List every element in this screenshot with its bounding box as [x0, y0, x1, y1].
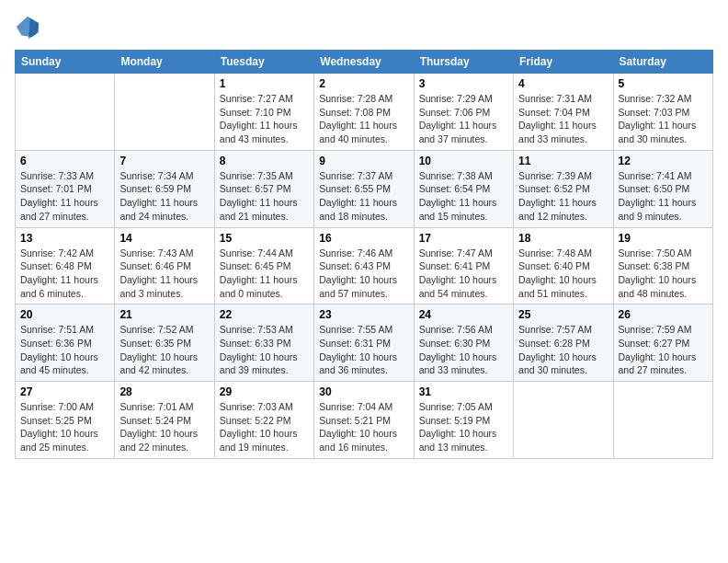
day-detail: Sunrise: 7:47 AMSunset: 6:41 PMDaylight:…: [419, 247, 508, 301]
day-number: 8: [220, 155, 309, 167]
week-row-5: 27 Sunrise: 7:00 AMSunset: 5:25 PMDaylig…: [16, 382, 713, 459]
calendar-cell: 18 Sunrise: 7:48 AMSunset: 6:40 PMDaylig…: [514, 227, 613, 304]
day-header-thursday: Thursday: [414, 51, 513, 74]
day-detail: Sunrise: 7:42 AMSunset: 6:48 PMDaylight:…: [20, 247, 109, 301]
day-number: 24: [419, 308, 508, 321]
day-number: 27: [20, 385, 109, 398]
day-detail: Sunrise: 7:51 AMSunset: 6:36 PMDaylight:…: [20, 323, 109, 377]
day-header-tuesday: Tuesday: [214, 51, 313, 74]
day-detail: Sunrise: 7:38 AMSunset: 6:54 PMDaylight:…: [419, 169, 508, 224]
day-number: 4: [518, 77, 608, 90]
day-number: 22: [220, 308, 309, 321]
calendar-cell: 26 Sunrise: 7:59 AMSunset: 6:27 PMDaylig…: [613, 304, 712, 382]
day-detail: Sunrise: 7:27 AMSunset: 7:10 PMDaylight:…: [220, 92, 309, 146]
day-detail: Sunrise: 7:44 AMSunset: 6:45 PMDaylight:…: [220, 247, 309, 301]
day-number: 25: [518, 308, 608, 321]
calendar-cell: 16 Sunrise: 7:46 AMSunset: 6:43 PMDaylig…: [314, 227, 414, 304]
day-detail: Sunrise: 7:35 AMSunset: 6:57 PMDaylight:…: [220, 169, 309, 224]
day-number: 11: [518, 155, 608, 167]
day-number: 29: [220, 385, 309, 398]
calendar-cell: 31 Sunrise: 7:05 AMSunset: 5:19 PMDaylig…: [414, 382, 513, 459]
day-detail: Sunrise: 7:52 AMSunset: 6:35 PMDaylight:…: [119, 323, 209, 377]
day-number: 2: [319, 77, 408, 90]
day-number: 16: [319, 232, 408, 245]
calendar-cell: 8 Sunrise: 7:35 AMSunset: 6:57 PMDayligh…: [214, 150, 313, 227]
week-row-4: 20 Sunrise: 7:51 AMSunset: 6:36 PMDaylig…: [16, 304, 713, 382]
day-number: 15: [220, 232, 309, 245]
day-number: 28: [119, 385, 209, 398]
day-detail: Sunrise: 7:00 AMSunset: 5:25 PMDaylight:…: [20, 400, 109, 454]
calendar-cell: 7 Sunrise: 7:34 AMSunset: 6:59 PMDayligh…: [115, 150, 214, 227]
page-header: [15, 15, 713, 40]
day-number: 14: [119, 232, 209, 245]
calendar-cell: 2 Sunrise: 7:28 AMSunset: 7:08 PMDayligh…: [314, 74, 414, 151]
day-detail: Sunrise: 7:57 AMSunset: 6:28 PMDaylight:…: [518, 323, 608, 377]
day-header-friday: Friday: [514, 51, 613, 74]
day-number: 10: [419, 155, 508, 167]
logo-icon: [15, 15, 40, 40]
day-number: 9: [319, 155, 408, 167]
logo: [15, 15, 44, 40]
calendar-cell: 20 Sunrise: 7:51 AMSunset: 6:36 PMDaylig…: [16, 304, 115, 382]
calendar-cell: 12 Sunrise: 7:41 AMSunset: 6:50 PMDaylig…: [613, 150, 712, 227]
calendar-cell: 3 Sunrise: 7:29 AMSunset: 7:06 PMDayligh…: [414, 74, 513, 151]
day-number: 30: [319, 385, 408, 398]
calendar-cell: 29 Sunrise: 7:03 AMSunset: 5:22 PMDaylig…: [214, 382, 313, 459]
header-row: SundayMondayTuesdayWednesdayThursdayFrid…: [16, 51, 713, 74]
calendar-header: SundayMondayTuesdayWednesdayThursdayFrid…: [16, 51, 713, 74]
day-detail: Sunrise: 7:46 AMSunset: 6:43 PMDaylight:…: [319, 247, 408, 301]
day-number: 31: [419, 385, 508, 398]
day-number: 21: [119, 308, 209, 321]
calendar-cell: 17 Sunrise: 7:47 AMSunset: 6:41 PMDaylig…: [414, 227, 513, 304]
calendar-cell: 13 Sunrise: 7:42 AMSunset: 6:48 PMDaylig…: [16, 227, 115, 304]
day-number: 6: [20, 155, 109, 167]
day-detail: Sunrise: 7:05 AMSunset: 5:19 PMDaylight:…: [419, 400, 508, 454]
day-detail: Sunrise: 7:29 AMSunset: 7:06 PMDaylight:…: [419, 92, 508, 146]
day-detail: Sunrise: 7:32 AMSunset: 7:03 PMDaylight:…: [619, 92, 708, 146]
calendar-cell: 15 Sunrise: 7:44 AMSunset: 6:45 PMDaylig…: [214, 227, 313, 304]
day-header-sunday: Sunday: [16, 51, 115, 74]
day-detail: Sunrise: 7:50 AMSunset: 6:38 PMDaylight:…: [619, 247, 708, 301]
day-detail: Sunrise: 7:41 AMSunset: 6:50 PMDaylight:…: [619, 169, 708, 224]
calendar-cell: 11 Sunrise: 7:39 AMSunset: 6:52 PMDaylig…: [514, 150, 613, 227]
day-detail: Sunrise: 7:28 AMSunset: 7:08 PMDaylight:…: [319, 92, 408, 146]
calendar-cell: [613, 382, 712, 459]
day-number: 18: [518, 232, 608, 245]
day-number: 7: [119, 155, 209, 167]
calendar-cell: [514, 382, 613, 459]
day-number: 20: [20, 308, 109, 321]
calendar-cell: 9 Sunrise: 7:37 AMSunset: 6:55 PMDayligh…: [314, 150, 414, 227]
day-detail: Sunrise: 7:56 AMSunset: 6:30 PMDaylight:…: [419, 323, 508, 377]
day-detail: Sunrise: 7:43 AMSunset: 6:46 PMDaylight:…: [119, 247, 209, 301]
day-detail: Sunrise: 7:01 AMSunset: 5:24 PMDaylight:…: [119, 400, 209, 454]
day-number: 3: [419, 77, 508, 90]
calendar-cell: [16, 74, 115, 151]
day-header-wednesday: Wednesday: [314, 51, 414, 74]
calendar-cell: 21 Sunrise: 7:52 AMSunset: 6:35 PMDaylig…: [115, 304, 214, 382]
day-header-monday: Monday: [115, 51, 214, 74]
calendar-cell: 6 Sunrise: 7:33 AMSunset: 7:01 PMDayligh…: [16, 150, 115, 227]
day-number: 19: [619, 232, 708, 245]
calendar-body: 1 Sunrise: 7:27 AMSunset: 7:10 PMDayligh…: [16, 74, 713, 459]
svg-marker-1: [28, 18, 39, 39]
day-detail: Sunrise: 7:37 AMSunset: 6:55 PMDaylight:…: [319, 169, 408, 224]
day-header-saturday: Saturday: [613, 51, 712, 74]
day-detail: Sunrise: 7:34 AMSunset: 6:59 PMDaylight:…: [119, 169, 209, 224]
day-number: 17: [419, 232, 508, 245]
calendar-cell: [115, 74, 214, 151]
week-row-2: 6 Sunrise: 7:33 AMSunset: 7:01 PMDayligh…: [16, 150, 713, 227]
calendar-cell: 10 Sunrise: 7:38 AMSunset: 6:54 PMDaylig…: [414, 150, 513, 227]
week-row-3: 13 Sunrise: 7:42 AMSunset: 6:48 PMDaylig…: [16, 227, 713, 304]
day-number: 26: [619, 308, 708, 321]
day-number: 23: [319, 308, 408, 321]
calendar-cell: 25 Sunrise: 7:57 AMSunset: 6:28 PMDaylig…: [514, 304, 613, 382]
day-number: 13: [20, 232, 109, 245]
calendar-cell: 1 Sunrise: 7:27 AMSunset: 7:10 PMDayligh…: [214, 74, 313, 151]
day-number: 5: [619, 77, 708, 90]
day-detail: Sunrise: 7:33 AMSunset: 7:01 PMDaylight:…: [20, 169, 109, 224]
calendar-cell: 27 Sunrise: 7:00 AMSunset: 5:25 PMDaylig…: [16, 382, 115, 459]
day-detail: Sunrise: 7:53 AMSunset: 6:33 PMDaylight:…: [220, 323, 309, 377]
calendar-cell: 28 Sunrise: 7:01 AMSunset: 5:24 PMDaylig…: [115, 382, 214, 459]
day-detail: Sunrise: 7:39 AMSunset: 6:52 PMDaylight:…: [518, 169, 608, 224]
calendar-cell: 5 Sunrise: 7:32 AMSunset: 7:03 PMDayligh…: [613, 74, 712, 151]
